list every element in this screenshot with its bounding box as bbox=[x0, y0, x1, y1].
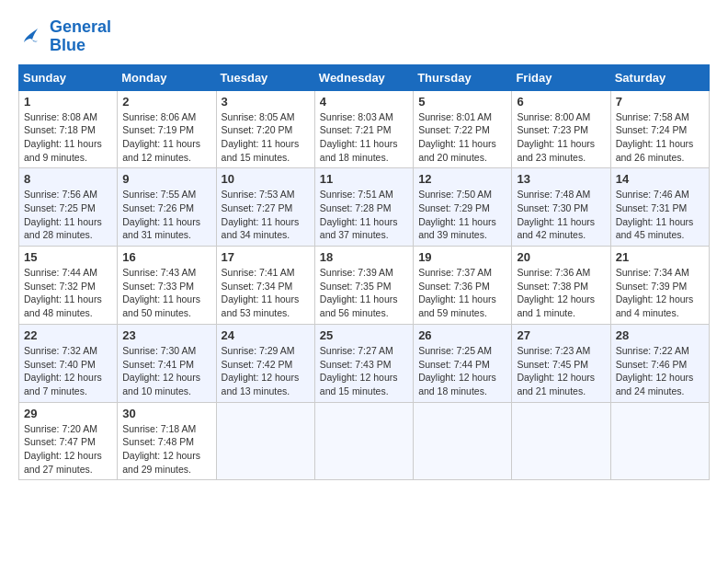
calendar-cell: 11Sunrise: 7:51 AMSunset: 7:28 PMDayligh… bbox=[314, 168, 413, 247]
calendar-week-1: 8Sunrise: 7:56 AMSunset: 7:25 PMDaylight… bbox=[19, 168, 710, 247]
day-info: Sunrise: 7:23 AMSunset: 7:45 PMDaylight:… bbox=[517, 344, 605, 398]
calendar-week-3: 22Sunrise: 7:32 AMSunset: 7:40 PMDayligh… bbox=[19, 324, 710, 402]
day-info: Sunrise: 7:50 AMSunset: 7:29 PMDaylight:… bbox=[418, 188, 506, 242]
day-number: 6 bbox=[517, 95, 605, 109]
day-info: Sunrise: 8:03 AMSunset: 7:21 PMDaylight:… bbox=[320, 110, 408, 165]
day-number: 15 bbox=[24, 250, 112, 264]
calendar-week-2: 15Sunrise: 7:44 AMSunset: 7:32 PMDayligh… bbox=[19, 247, 710, 325]
day-number: 1 bbox=[24, 95, 112, 109]
calendar-cell: 22Sunrise: 7:32 AMSunset: 7:40 PMDayligh… bbox=[19, 324, 118, 402]
calendar-table: SundayMondayTuesdayWednesdayThursdayFrid… bbox=[18, 64, 710, 481]
day-info: Sunrise: 7:56 AMSunset: 7:25 PMDaylight:… bbox=[24, 188, 112, 242]
day-number: 9 bbox=[122, 172, 210, 186]
day-info: Sunrise: 7:20 AMSunset: 7:47 PMDaylight:… bbox=[24, 422, 112, 477]
calendar-cell: 24Sunrise: 7:29 AMSunset: 7:42 PMDayligh… bbox=[216, 324, 314, 402]
day-info: Sunrise: 7:39 AMSunset: 7:35 PMDaylight:… bbox=[320, 266, 408, 320]
day-number: 23 bbox=[122, 328, 210, 342]
col-header-tuesday: Tuesday bbox=[216, 64, 314, 90]
day-info: Sunrise: 7:27 AMSunset: 7:43 PMDaylight:… bbox=[320, 344, 408, 398]
day-number: 29 bbox=[24, 407, 112, 420]
page-header: General Blue bbox=[18, 18, 710, 55]
calendar-cell bbox=[314, 402, 413, 480]
day-info: Sunrise: 7:46 AMSunset: 7:31 PMDaylight:… bbox=[616, 188, 704, 242]
calendar-cell: 6Sunrise: 8:00 AMSunset: 7:23 PMDaylight… bbox=[512, 90, 610, 168]
col-header-saturday: Saturday bbox=[610, 64, 709, 90]
calendar-week-4: 29Sunrise: 7:20 AMSunset: 7:47 PMDayligh… bbox=[19, 402, 710, 480]
day-info: Sunrise: 8:00 AMSunset: 7:23 PMDaylight:… bbox=[517, 110, 605, 165]
calendar-cell: 30Sunrise: 7:18 AMSunset: 7:48 PMDayligh… bbox=[118, 402, 216, 480]
day-number: 30 bbox=[122, 407, 210, 420]
day-info: Sunrise: 8:06 AMSunset: 7:19 PMDaylight:… bbox=[122, 110, 210, 165]
calendar-cell: 8Sunrise: 7:56 AMSunset: 7:25 PMDaylight… bbox=[19, 168, 118, 247]
calendar-cell: 1Sunrise: 8:08 AMSunset: 7:18 PMDaylight… bbox=[19, 90, 118, 168]
calendar-cell: 14Sunrise: 7:46 AMSunset: 7:31 PMDayligh… bbox=[610, 168, 709, 247]
day-number: 10 bbox=[222, 172, 310, 186]
day-number: 12 bbox=[418, 172, 506, 186]
day-info: Sunrise: 7:25 AMSunset: 7:44 PMDaylight:… bbox=[418, 344, 506, 398]
day-info: Sunrise: 7:37 AMSunset: 7:36 PMDaylight:… bbox=[418, 266, 506, 320]
calendar-cell: 19Sunrise: 7:37 AMSunset: 7:36 PMDayligh… bbox=[414, 247, 512, 325]
day-info: Sunrise: 7:51 AMSunset: 7:28 PMDaylight:… bbox=[320, 188, 408, 242]
day-info: Sunrise: 7:43 AMSunset: 7:33 PMDaylight:… bbox=[122, 266, 210, 320]
day-number: 7 bbox=[616, 95, 704, 109]
col-header-thursday: Thursday bbox=[414, 64, 512, 90]
logo-text: General Blue bbox=[50, 18, 111, 55]
day-info: Sunrise: 7:18 AMSunset: 7:48 PMDaylight:… bbox=[122, 422, 210, 477]
day-info: Sunrise: 7:55 AMSunset: 7:26 PMDaylight:… bbox=[122, 188, 210, 242]
day-number: 18 bbox=[320, 250, 408, 264]
day-number: 5 bbox=[418, 95, 506, 109]
day-number: 2 bbox=[122, 95, 210, 109]
day-info: Sunrise: 7:32 AMSunset: 7:40 PMDaylight:… bbox=[24, 344, 112, 398]
calendar-cell: 3Sunrise: 8:05 AMSunset: 7:20 PMDaylight… bbox=[216, 90, 314, 168]
day-number: 27 bbox=[517, 328, 605, 342]
logo-icon bbox=[18, 23, 46, 51]
day-number: 11 bbox=[320, 172, 408, 186]
calendar-cell: 20Sunrise: 7:36 AMSunset: 7:38 PMDayligh… bbox=[512, 247, 610, 325]
day-number: 14 bbox=[616, 172, 704, 186]
calendar-cell bbox=[216, 402, 314, 480]
day-info: Sunrise: 7:58 AMSunset: 7:24 PMDaylight:… bbox=[616, 110, 704, 165]
calendar-cell: 21Sunrise: 7:34 AMSunset: 7:39 PMDayligh… bbox=[610, 247, 709, 325]
col-header-sunday: Sunday bbox=[19, 64, 118, 90]
calendar-cell: 9Sunrise: 7:55 AMSunset: 7:26 PMDaylight… bbox=[118, 168, 216, 247]
calendar-week-0: 1Sunrise: 8:08 AMSunset: 7:18 PMDaylight… bbox=[19, 90, 710, 168]
day-info: Sunrise: 8:01 AMSunset: 7:22 PMDaylight:… bbox=[418, 110, 506, 165]
calendar-cell: 15Sunrise: 7:44 AMSunset: 7:32 PMDayligh… bbox=[19, 247, 118, 325]
calendar-cell: 7Sunrise: 7:58 AMSunset: 7:24 PMDaylight… bbox=[610, 90, 709, 168]
day-number: 4 bbox=[320, 95, 408, 109]
day-number: 28 bbox=[616, 328, 704, 342]
calendar-cell: 29Sunrise: 7:20 AMSunset: 7:47 PMDayligh… bbox=[19, 402, 118, 480]
col-header-friday: Friday bbox=[512, 64, 610, 90]
day-info: Sunrise: 7:36 AMSunset: 7:38 PMDaylight:… bbox=[517, 266, 605, 320]
day-info: Sunrise: 8:08 AMSunset: 7:18 PMDaylight:… bbox=[24, 110, 112, 165]
calendar-cell bbox=[512, 402, 610, 480]
calendar-cell: 26Sunrise: 7:25 AMSunset: 7:44 PMDayligh… bbox=[414, 324, 512, 402]
day-number: 26 bbox=[418, 328, 506, 342]
calendar-cell: 2Sunrise: 8:06 AMSunset: 7:19 PMDaylight… bbox=[118, 90, 216, 168]
day-info: Sunrise: 7:29 AMSunset: 7:42 PMDaylight:… bbox=[222, 344, 310, 398]
day-info: Sunrise: 7:34 AMSunset: 7:39 PMDaylight:… bbox=[616, 266, 704, 320]
day-number: 13 bbox=[517, 172, 605, 186]
day-number: 19 bbox=[418, 250, 506, 264]
day-info: Sunrise: 7:22 AMSunset: 7:46 PMDaylight:… bbox=[616, 344, 704, 398]
calendar-cell: 27Sunrise: 7:23 AMSunset: 7:45 PMDayligh… bbox=[512, 324, 610, 402]
day-number: 8 bbox=[24, 172, 112, 186]
calendar-cell bbox=[414, 402, 512, 480]
calendar-cell: 5Sunrise: 8:01 AMSunset: 7:22 PMDaylight… bbox=[414, 90, 512, 168]
calendar-cell: 16Sunrise: 7:43 AMSunset: 7:33 PMDayligh… bbox=[118, 247, 216, 325]
col-header-monday: Monday bbox=[118, 64, 216, 90]
day-number: 25 bbox=[320, 328, 408, 342]
day-info: Sunrise: 8:05 AMSunset: 7:20 PMDaylight:… bbox=[222, 110, 310, 165]
day-number: 16 bbox=[122, 250, 210, 264]
day-number: 20 bbox=[517, 250, 605, 264]
day-info: Sunrise: 7:48 AMSunset: 7:30 PMDaylight:… bbox=[517, 188, 605, 242]
calendar-cell bbox=[610, 402, 709, 480]
calendar-cell: 4Sunrise: 8:03 AMSunset: 7:21 PMDaylight… bbox=[314, 90, 413, 168]
day-info: Sunrise: 7:44 AMSunset: 7:32 PMDaylight:… bbox=[24, 266, 112, 320]
day-number: 21 bbox=[616, 250, 704, 264]
day-number: 24 bbox=[222, 328, 310, 342]
calendar-cell: 10Sunrise: 7:53 AMSunset: 7:27 PMDayligh… bbox=[216, 168, 314, 247]
calendar-cell: 28Sunrise: 7:22 AMSunset: 7:46 PMDayligh… bbox=[610, 324, 709, 402]
day-info: Sunrise: 7:41 AMSunset: 7:34 PMDaylight:… bbox=[222, 266, 310, 320]
calendar-cell: 25Sunrise: 7:27 AMSunset: 7:43 PMDayligh… bbox=[314, 324, 413, 402]
